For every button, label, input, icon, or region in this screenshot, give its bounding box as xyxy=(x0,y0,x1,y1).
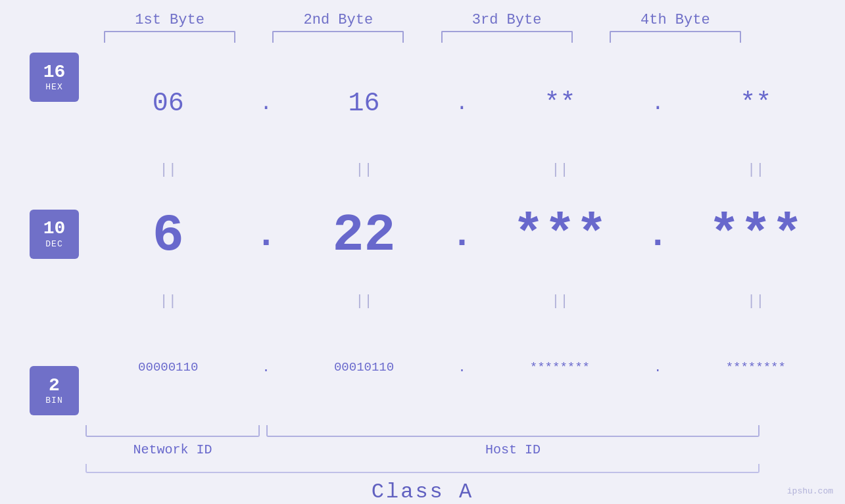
bracket-byte1 xyxy=(104,31,235,43)
dec-number: 10 xyxy=(43,219,66,239)
eq2-4: || xyxy=(687,293,825,309)
eq2-3: || xyxy=(491,293,629,309)
dec-oct4: *** xyxy=(687,206,825,265)
host-id-label: Host ID xyxy=(266,442,760,457)
id-labels-row: Network ID Host ID xyxy=(85,442,760,457)
hex-oct3: ** xyxy=(491,89,629,118)
network-id-label: Network ID xyxy=(85,442,260,457)
equals-row-2: || || || || xyxy=(89,293,835,309)
bin-oct2: 00010110 xyxy=(295,360,433,375)
dec-oct1: 6 xyxy=(99,206,237,265)
dec-sep3: . xyxy=(650,215,666,256)
hex-label: HEX xyxy=(45,82,62,92)
dec-sep1: . xyxy=(258,215,274,256)
bracket-byte2 xyxy=(272,31,404,43)
eq1-4: || xyxy=(687,162,825,178)
hex-sep2: . xyxy=(454,91,470,116)
bin-label: BIN xyxy=(45,396,62,405)
bin-oct1: 00000110 xyxy=(99,360,237,375)
bin-oct3: ******** xyxy=(491,360,629,375)
bracket-byte3 xyxy=(441,31,573,43)
byte1-label: 1st Byte xyxy=(104,12,235,28)
bracket-byte4 xyxy=(610,31,741,43)
hex-oct2: 16 xyxy=(295,89,433,118)
top-brackets xyxy=(0,31,845,43)
dec-sep2: . xyxy=(454,215,470,256)
bin-badge: 2 BIN xyxy=(30,366,79,415)
right-data: 06 . 16 . ** . ** || || || || 6 . xyxy=(89,43,845,425)
bin-sep2: . xyxy=(454,360,470,375)
dec-row: 6 . 22 . *** . *** xyxy=(89,178,835,294)
hex-sep3: . xyxy=(650,91,666,116)
byte4-label: 4th Byte xyxy=(610,12,741,28)
network-bracket xyxy=(85,425,260,437)
hex-sep1: . xyxy=(258,91,274,116)
dec-oct3: *** xyxy=(491,206,629,265)
bin-number: 2 xyxy=(49,376,60,396)
id-bracket-row xyxy=(85,425,760,437)
bin-sep3: . xyxy=(650,360,666,375)
hex-row: 06 . 16 . ** . ** xyxy=(89,46,835,162)
content-area: 16 HEX 10 DEC 2 BIN 06 . 16 . ** . ** xyxy=(0,43,845,425)
eq1-2: || xyxy=(295,162,433,178)
left-badges: 16 HEX 10 DEC 2 BIN xyxy=(0,43,89,425)
dec-oct2: 22 xyxy=(295,206,433,265)
hex-oct4: ** xyxy=(687,89,825,118)
bin-sep1: . xyxy=(258,360,274,375)
bin-row: 00000110 . 00010110 . ******** . *******… xyxy=(89,309,835,425)
eq1-1: || xyxy=(99,162,237,178)
byte2-label: 2nd Byte xyxy=(272,12,404,28)
eq1-3: || xyxy=(491,162,629,178)
class-label: Class A xyxy=(372,480,473,504)
hex-oct1: 06 xyxy=(99,89,237,118)
equals-row-1: || || || || xyxy=(89,162,835,178)
bottom-section: Network ID Host ID Class A xyxy=(0,425,845,504)
byte-headers-row: 1st Byte 2nd Byte 3rd Byte 4th Byte xyxy=(0,12,845,28)
main-container: 1st Byte 2nd Byte 3rd Byte 4th Byte 16 H… xyxy=(0,0,845,504)
byte3-label: 3rd Byte xyxy=(441,12,573,28)
dec-label: DEC xyxy=(45,239,62,249)
host-bracket xyxy=(266,425,760,437)
eq2-2: || xyxy=(295,293,433,309)
dec-badge: 10 DEC xyxy=(30,210,79,259)
watermark: ipshu.com xyxy=(787,486,833,496)
hex-number: 16 xyxy=(43,62,66,83)
hex-badge: 16 HEX xyxy=(30,53,79,102)
eq2-1: || xyxy=(99,293,237,309)
class-bracket xyxy=(85,464,760,473)
class-label-row: Class A xyxy=(85,480,760,504)
bin-oct4: ******** xyxy=(687,360,825,375)
